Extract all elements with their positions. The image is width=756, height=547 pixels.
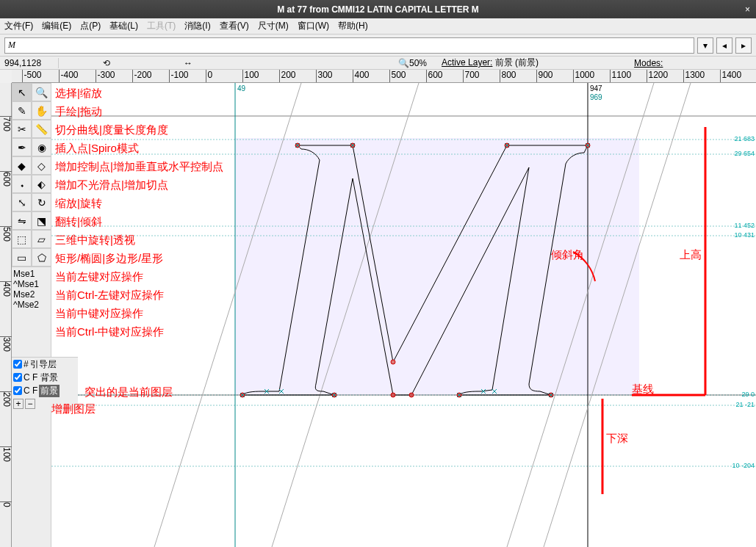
menu-size[interactable]: 尺寸(M): [258, 20, 289, 32]
hruler-tick: 600: [426, 70, 443, 83]
marker-49: 49: [237, 84, 245, 93]
vruler-tick: 500: [0, 226, 12, 242]
prev-char-button[interactable]: ◂: [716, 37, 732, 54]
annot-mse2: 当前中键对应操作: [55, 307, 143, 321]
layer-row[interactable]: C F背景: [12, 371, 78, 384]
corner-icon[interactable]: ◆: [12, 156, 32, 175]
angle-icon: ⟲: [103, 58, 110, 68]
layer-del-button[interactable]: −: [25, 399, 35, 409]
annot-knife-measure: 切分曲线|度量长度角度: [55, 123, 168, 137]
scale-icon[interactable]: ⤡: [12, 193, 32, 211]
guide-m21: 21 -21: [735, 401, 755, 408]
annot-select-zoom: 选择|缩放: [55, 87, 102, 101]
pen-icon[interactable]: ✒: [12, 138, 32, 156]
hruler-tick: -400: [59, 70, 79, 83]
menu-tools: 工具(T): [147, 20, 176, 32]
layer-add-button[interactable]: +: [13, 399, 24, 409]
annot-current-layer: 突出的是当前图层: [84, 385, 173, 399]
close-icon[interactable]: ×: [745, 4, 750, 15]
vruler-tick: 600: [0, 171, 12, 186]
layer-name[interactable]: 前景: [39, 385, 60, 397]
hand-icon[interactable]: ✋: [32, 101, 51, 120]
persp-icon[interactable]: ▱: [32, 230, 51, 248]
hruler-tick: 500: [389, 70, 406, 83]
pointer-icon[interactable]: ↖: [12, 83, 32, 101]
hruler-tick: 1400: [720, 70, 742, 83]
layer-visible-check[interactable]: [13, 386, 22, 395]
guide-0: 29 0: [741, 391, 755, 398]
arrow-icon: ↔: [184, 58, 192, 68]
titlebar: M at 77 from CMMI12 LATIN CAPITAL LETTER…: [0, 0, 756, 18]
marker-947: 947: [590, 84, 602, 93]
menu-base[interactable]: 基础(L): [109, 20, 138, 32]
rotate-icon[interactable]: ↻: [32, 193, 51, 211]
layer-visible-check[interactable]: [13, 373, 22, 382]
layer-cf: C F: [24, 372, 37, 383]
annot-3d-persp: 三维中旋转|透视: [55, 233, 135, 247]
curve-icon[interactable]: ◇: [32, 156, 51, 175]
hruler-tick: 100: [242, 70, 259, 83]
annot-add-del-layer: 增删图层: [51, 402, 96, 416]
layer-header-check[interactable]: [13, 360, 22, 369]
hruler-tick: 200: [279, 70, 296, 83]
menu-view[interactable]: 查看(V): [220, 20, 249, 32]
hruler-tick: 300: [316, 70, 333, 83]
glyph-canvas[interactable]: 49 947 969 21 683 29 654 11 452 10 431 2…: [51, 83, 756, 547]
coord-display: 994,1128: [0, 58, 59, 68]
mse2-label: Mse2: [13, 289, 49, 300]
skew-icon[interactable]: ⬔: [32, 211, 51, 230]
guide-m204: 10 -204: [732, 462, 755, 469]
annot-baseline: 基线: [632, 383, 654, 396]
status-bar: 994,1128 ⟲ ↔ 🔍 50% Active Layer: 前景 (前景)…: [0, 57, 756, 70]
hruler-tick: 1300: [683, 70, 705, 83]
tangent-icon[interactable]: ⬖: [32, 175, 51, 193]
marker-969: 969: [590, 93, 602, 101]
guide-683: 21 683: [734, 135, 755, 142]
hruler-tick: 0: [206, 70, 213, 83]
pencil-icon[interactable]: ✎: [12, 101, 32, 120]
next-char-button[interactable]: ▸: [735, 37, 752, 54]
annot-ascent: 上高: [680, 248, 702, 262]
vruler-tick: 400: [0, 281, 12, 297]
hv-icon[interactable]: ⬩: [12, 175, 32, 193]
annot-cmse1: 当前Ctrl-左键对应操作: [55, 289, 164, 303]
menu-erase[interactable]: 消隐(I): [184, 20, 210, 32]
spiro-icon[interactable]: ◉: [32, 138, 51, 156]
annot-descent: 下深: [606, 432, 628, 446]
guide-654: 29 654: [734, 150, 755, 157]
guide-452: 11 452: [734, 222, 755, 229]
annot-freehand-drag: 手绘|拖动: [55, 105, 102, 119]
menu-file[interactable]: 文件(F): [4, 20, 33, 32]
svg-rect-0: [235, 138, 639, 395]
svg-point-22: [391, 393, 395, 397]
flip-icon[interactable]: ⇋: [12, 211, 32, 230]
dropdown-button[interactable]: ▾: [697, 37, 713, 54]
rect-icon[interactable]: ▭: [12, 248, 32, 267]
modes-label: Modes:: [634, 58, 663, 68]
layer-cf: C F: [24, 385, 37, 396]
annot-rect-poly: 矩形/椭圆|多边形/星形: [55, 252, 163, 266]
menu-help[interactable]: 帮助(H): [338, 20, 368, 32]
layer-name[interactable]: 背景: [39, 372, 60, 384]
zoom-value: 50%: [409, 58, 427, 68]
3d-icon[interactable]: ⬚: [12, 230, 32, 248]
ctrl-mse1-label: ^Mse1: [13, 279, 49, 289]
menu-edit[interactable]: 编辑(E): [42, 20, 71, 32]
mouse-info: Mse1 ^Mse1 Mse2 ^Mse2: [12, 267, 51, 311]
hruler-tick: 900: [536, 70, 553, 83]
hruler-tick: 400: [353, 70, 370, 83]
menu-point[interactable]: 点(P): [80, 20, 101, 32]
knife-icon[interactable]: ✂: [12, 120, 32, 138]
vruler-tick: 0: [0, 501, 12, 507]
menu-window[interactable]: 窗口(W): [298, 20, 329, 32]
annot-corner-tangent: 增加不光滑点|增加切点: [55, 178, 168, 192]
layer-row[interactable]: C F前景: [12, 384, 78, 397]
char-input[interactable]: [4, 37, 694, 54]
zoom-icon[interactable]: 🔍: [32, 83, 51, 101]
poly-icon[interactable]: ⬠: [32, 248, 51, 267]
annot-addcp-hv: 增加控制点|增加垂直或水平控制点: [55, 160, 223, 174]
annot-cmse2: 当前Ctrl-中键对应操作: [55, 325, 164, 339]
svg-point-23: [409, 393, 414, 397]
ruler-icon[interactable]: 📏: [32, 120, 51, 138]
vruler-tick: 100: [0, 446, 12, 462]
